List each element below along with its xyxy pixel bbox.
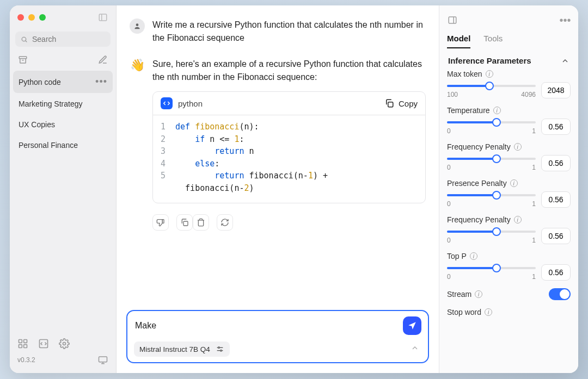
- regenerate-icon[interactable]: [217, 214, 233, 231]
- section-inference-parameters[interactable]: Inference Parameters: [439, 48, 578, 70]
- param-frequency-penalty-2: Frequency Penaltyi 01 0.56: [447, 215, 571, 244]
- model-name: Mistral Instruct 7B Q4: [139, 345, 210, 353]
- slider-presence-penalty[interactable]: [447, 191, 536, 200]
- line-numbers: 12345: [161, 121, 175, 194]
- stream-toggle[interactable]: [549, 288, 571, 300]
- copy-button[interactable]: Copy: [384, 98, 418, 108]
- svg-point-15: [136, 23, 139, 26]
- copy-label: Copy: [399, 99, 418, 108]
- send-button[interactable]: [403, 316, 421, 335]
- svg-rect-9: [24, 345, 27, 348]
- search-input-row[interactable]: [15, 32, 111, 47]
- sidebar-footer: v0.3.2: [10, 333, 116, 373]
- range-min: 0: [447, 164, 451, 171]
- range-max: 1: [532, 200, 536, 208]
- version-label: v0.3.2: [17, 356, 35, 364]
- sidebar-item-personal-finance[interactable]: Personal Finance: [13, 135, 113, 155]
- chat-scroll[interactable]: Write me a recursive Python function tha…: [117, 5, 439, 305]
- copy-message-icon[interactable]: [176, 214, 193, 231]
- range-max: 1: [532, 127, 536, 135]
- close-dot[interactable]: [17, 14, 24, 21]
- sidebar-toolbar: [10, 52, 116, 71]
- svg-rect-12: [99, 357, 107, 362]
- svg-rect-16: [388, 102, 393, 107]
- param-frequency-penalty: Frequency Penaltyi 01 0.56: [447, 142, 571, 171]
- search-input[interactable]: [32, 35, 105, 44]
- value-max-token[interactable]: 2048: [541, 82, 571, 98]
- model-chip[interactable]: Mistral Instruct 7B Q4: [134, 341, 230, 357]
- info-icon[interactable]: i: [475, 290, 482, 298]
- info-icon[interactable]: i: [514, 216, 522, 223]
- footer-bottom: v0.3.2: [17, 355, 108, 365]
- svg-rect-8: [19, 345, 22, 348]
- info-icon[interactable]: i: [514, 143, 522, 151]
- new-chat-icon[interactable]: [97, 54, 108, 65]
- gear-icon[interactable]: [59, 338, 70, 349]
- info-icon[interactable]: i: [486, 70, 493, 78]
- minimize-dot[interactable]: [28, 14, 35, 21]
- traffic-lights: [17, 14, 46, 21]
- code-icon[interactable]: [38, 338, 49, 349]
- send-icon: [407, 321, 417, 331]
- thumbs-down-icon[interactable]: [152, 214, 169, 231]
- param-presence-penalty: Presence Penaltyi 01 0.56: [447, 179, 571, 208]
- slider-max-token[interactable]: [447, 82, 536, 90]
- slider-temperature[interactable]: [447, 118, 536, 127]
- footer-icons: [17, 338, 108, 349]
- info-icon[interactable]: i: [470, 252, 477, 260]
- param-stream: Streami: [447, 288, 571, 300]
- sidebar-item-label: UX Copies: [19, 120, 55, 129]
- param-max-token: Max tokeni 1004096 2048: [447, 70, 571, 98]
- archive-icon[interactable]: [17, 54, 28, 65]
- param-temperature: Temperaturei 01 0.56: [447, 106, 571, 135]
- composer-input[interactable]: [135, 321, 403, 331]
- trash-icon[interactable]: [193, 214, 209, 231]
- sidebar-item-python-code[interactable]: Python code •••: [13, 71, 113, 93]
- composer: Mistral Instruct 7B Q4: [126, 310, 429, 363]
- fullscreen-dot[interactable]: [39, 14, 46, 21]
- app-window: Python code ••• Marketing Strategy UX Co…: [10, 5, 578, 373]
- range-max: 1: [532, 237, 536, 244]
- tab-tools[interactable]: Tools: [483, 29, 503, 48]
- svg-rect-4: [19, 57, 27, 59]
- copy-icon: [384, 98, 394, 108]
- sidebar-item-ux-copies[interactable]: UX Copies: [13, 115, 113, 134]
- sidebar-item-label: Marketing Strategy: [19, 100, 83, 108]
- bot-avatar-icon: 👋: [130, 58, 145, 73]
- value-frequency-penalty-2[interactable]: 0.56: [541, 228, 571, 244]
- value-top-p[interactable]: 0.56: [541, 264, 571, 281]
- tab-model[interactable]: Model: [447, 29, 470, 48]
- info-icon[interactable]: i: [485, 308, 492, 316]
- monitor-icon[interactable]: [97, 355, 108, 365]
- code-lang-icon: [161, 97, 173, 109]
- slider-frequency-penalty[interactable]: [447, 154, 536, 163]
- main-area: Write me a recursive Python function tha…: [117, 5, 439, 373]
- slider-top-p[interactable]: [447, 264, 536, 272]
- user-message-text: Write me a recursive Python function tha…: [152, 18, 426, 45]
- sliders-icon: [216, 345, 224, 353]
- section-title: Inference Parameters: [448, 56, 531, 65]
- svg-point-20: [218, 347, 219, 349]
- info-icon[interactable]: i: [510, 179, 518, 187]
- param-label-text: Temperature: [447, 106, 490, 115]
- svg-rect-18: [183, 221, 188, 226]
- range-min: 0: [447, 237, 451, 244]
- sidebar-collapse-icon[interactable]: [97, 12, 108, 23]
- range-min: 0: [447, 127, 451, 135]
- svg-point-2: [22, 37, 26, 41]
- sidebar-item-label: Personal Finance: [19, 141, 78, 150]
- composer-expand-icon[interactable]: [411, 344, 421, 355]
- param-stop-word: Stop wordi: [447, 308, 571, 316]
- value-frequency-penalty[interactable]: 0.56: [541, 155, 571, 171]
- panel-collapse-icon[interactable]: [447, 15, 458, 26]
- value-presence-penalty[interactable]: 0.56: [541, 191, 571, 208]
- slider-frequency-penalty-2[interactable]: [447, 227, 536, 236]
- value-temperature[interactable]: 0.56: [541, 119, 571, 135]
- info-icon[interactable]: i: [493, 107, 501, 114]
- more-icon[interactable]: •••: [95, 76, 107, 88]
- chat-list: Python code ••• Marketing Strategy UX Co…: [10, 71, 116, 333]
- sidebar-item-marketing[interactable]: Marketing Strategy: [13, 94, 113, 114]
- rp-head: •••: [439, 5, 578, 29]
- apps-icon[interactable]: [17, 338, 28, 349]
- more-icon[interactable]: •••: [560, 15, 571, 26]
